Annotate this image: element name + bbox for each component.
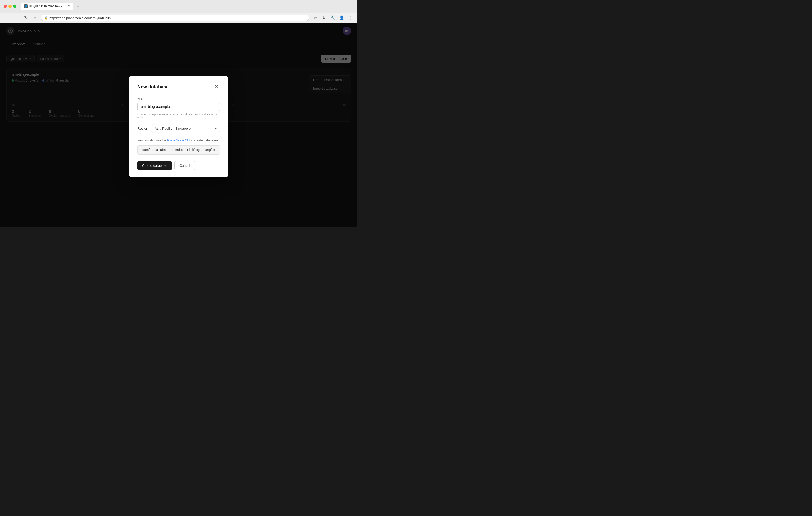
traffic-light-yellow[interactable] — [8, 5, 11, 8]
planetscale-cli-link[interactable]: PlanetScale CLI — [167, 139, 190, 142]
modal-close-button[interactable]: ✕ — [213, 83, 220, 90]
modal-title: New database — [137, 84, 169, 90]
download-button[interactable]: ⬇ — [320, 14, 327, 22]
tab-title: im-yuanlinlin overview - PlanetS — [29, 4, 66, 8]
menu-button[interactable]: ⋮ — [347, 14, 354, 22]
traffic-light-red[interactable] — [4, 5, 7, 8]
name-hint: Lowercase alphanumeric characters, dashe… — [137, 113, 220, 119]
region-label: Region — [137, 126, 148, 130]
new-database-modal: New database ✕ Name Lowercase alphanumer… — [129, 76, 228, 178]
browser-addressbar: ← → ↻ ⌂ 🔒 https://app.planetscale.com/im… — [0, 12, 357, 23]
lock-icon: 🔒 — [44, 16, 48, 20]
new-tab-button[interactable]: + — [74, 3, 82, 10]
url-text: https://app.planetscale.com/im-yuanlinli… — [50, 16, 306, 20]
forward-button[interactable]: → — [12, 14, 20, 22]
region-select-chevron-icon: ▾ — [215, 127, 216, 130]
home-button[interactable]: ⌂ — [31, 14, 39, 22]
create-database-button[interactable]: Create database — [137, 161, 172, 170]
traffic-light-green[interactable] — [13, 5, 16, 8]
browser-tab-active[interactable]: 🌐 im-yuanlinlin overview - PlanetS × — [21, 3, 73, 10]
cancel-button[interactable]: Cancel — [174, 161, 195, 170]
tab-favicon: 🌐 — [24, 4, 28, 8]
refresh-button[interactable]: ↻ — [22, 14, 29, 22]
bookmark-button[interactable]: ☆ — [311, 14, 319, 22]
extensions-button[interactable]: 🔧 — [329, 14, 337, 22]
browser-chrome: 🌐 im-yuanlinlin overview - PlanetS × + ←… — [0, 0, 357, 23]
tab-close-button[interactable]: × — [68, 4, 70, 8]
modal-header: New database ✕ — [137, 83, 220, 90]
region-row: Region Asia Pacific - Singapore ▾ — [137, 124, 220, 133]
browser-actions: ☆ ⬇ 🔧 👤 ⋮ — [311, 14, 354, 22]
cli-instructions: You can also use the PlanetScale CLI to … — [137, 138, 220, 143]
database-name-input[interactable] — [137, 102, 220, 111]
address-bar[interactable]: 🔒 https://app.planetscale.com/im-yuanlin… — [41, 14, 309, 21]
modal-backdrop: New database ✕ Name Lowercase alphanumer… — [0, 23, 357, 227]
tab-bar: 🌐 im-yuanlinlin overview - PlanetS × + — [21, 3, 82, 10]
traffic-lights — [4, 5, 16, 8]
name-label: Name — [137, 97, 220, 101]
back-button[interactable]: ← — [3, 14, 10, 22]
region-value: Asia Pacific - Singapore — [154, 126, 191, 130]
browser-titlebar: 🌐 im-yuanlinlin overview - PlanetS × + — [0, 0, 357, 12]
app-content: im-yuanlinlin im Overview Settings Queri… — [0, 23, 357, 227]
region-select[interactable]: Asia Pacific - Singapore ▾ — [151, 124, 220, 133]
profile-button[interactable]: 👤 — [338, 14, 345, 22]
modal-actions: Create database Cancel — [137, 161, 220, 170]
cli-command: pscale database create umi-blog-example — [137, 145, 220, 155]
